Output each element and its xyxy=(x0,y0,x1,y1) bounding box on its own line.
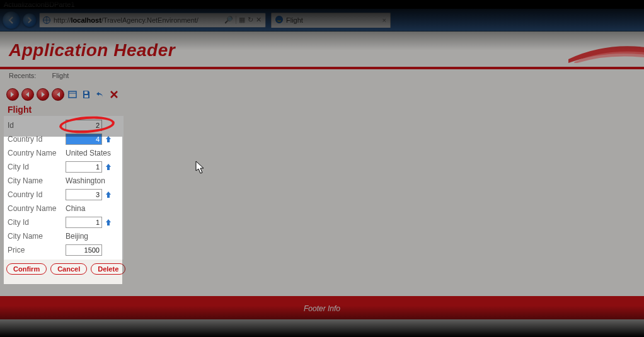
recents-bar: Recents: Flight xyxy=(0,69,644,82)
search-icon[interactable]: 🔎 xyxy=(224,16,233,24)
id-input[interactable] xyxy=(66,120,102,131)
window-title: ActualizacionBDParte1 xyxy=(4,1,75,8)
action-row: Confirm Cancel Delete xyxy=(6,263,644,275)
app-title: Application Header xyxy=(9,40,635,60)
prev-record-button[interactable] xyxy=(21,88,34,101)
city1-name-value: Washington xyxy=(66,176,120,185)
url-tools: 🔎 ▦ ↻ ✕ xyxy=(224,16,263,24)
forward-button[interactable] xyxy=(23,13,37,27)
header-swoosh xyxy=(568,44,644,63)
app-header: Application Header xyxy=(0,31,644,69)
window-titlebar: ActualizacionBDParte1 xyxy=(0,0,644,9)
country2-id-lookup-icon[interactable] xyxy=(104,190,113,199)
tab-flight[interactable]: Flight × xyxy=(271,13,391,28)
page-icon xyxy=(42,16,51,25)
browser-toolbar: http:// localhost /TravelAgency.NetEnvir… xyxy=(0,9,644,31)
city2-id-label: City Id xyxy=(8,218,66,227)
section-title: Flight xyxy=(8,105,636,115)
select-button[interactable] xyxy=(67,89,78,100)
url-scheme: http:// xyxy=(54,16,71,24)
delete-icon-button[interactable] xyxy=(108,89,120,100)
country1-name-value: United States xyxy=(66,149,120,157)
tab-label: Flight xyxy=(286,16,303,24)
first-record-button[interactable] xyxy=(6,88,19,101)
tab-strip: Flight × xyxy=(271,13,391,28)
page-footer: Footer Info xyxy=(0,298,644,319)
save-button[interactable] xyxy=(81,89,92,100)
record-toolbar xyxy=(0,82,644,103)
address-bar[interactable]: http:// localhost /TravelAgency.NetEnvir… xyxy=(39,13,266,28)
url-path: /TravelAgency.NetEnvironment/ xyxy=(101,16,198,24)
city1-id-lookup-icon[interactable] xyxy=(104,163,113,171)
country1-name-label: Country Name xyxy=(8,149,66,157)
city1-name-label: City Name xyxy=(8,176,66,185)
last-record-button[interactable] xyxy=(52,88,64,101)
page: Application Header Recents: Flight Fligh… xyxy=(0,31,644,337)
country2-id-input[interactable] xyxy=(66,189,102,200)
stop-icon[interactable]: ✕ xyxy=(256,16,262,24)
url-host: localhost xyxy=(71,16,101,24)
next-record-button[interactable] xyxy=(37,88,49,101)
city2-id-input[interactable] xyxy=(66,217,102,228)
recents-item[interactable]: Flight xyxy=(52,72,69,79)
svg-rect-3 xyxy=(84,95,88,98)
recents-label: Recents: xyxy=(9,72,36,79)
country2-name-label: Country Name xyxy=(8,204,66,213)
confirm-button[interactable]: Confirm xyxy=(6,263,47,275)
back-button[interactable] xyxy=(3,11,20,29)
city1-id-input[interactable] xyxy=(66,161,102,173)
delete-button[interactable]: Delete xyxy=(91,263,125,275)
price-input[interactable] xyxy=(66,244,102,256)
country1-id-lookup-icon[interactable] xyxy=(104,135,113,144)
tab-favicon xyxy=(275,16,283,25)
city2-id-lookup-icon[interactable] xyxy=(104,218,113,227)
country1-id-label: Country Id xyxy=(8,135,66,144)
tab-close-icon[interactable]: × xyxy=(382,16,386,24)
price-label: Price xyxy=(8,246,66,254)
lock-icon[interactable]: ▦ xyxy=(239,16,245,24)
country2-name-value: China xyxy=(66,204,120,213)
city2-name-label: City Name xyxy=(8,232,66,241)
refresh-icon[interactable]: ↻ xyxy=(248,16,253,24)
country2-id-label: Country Id xyxy=(8,190,66,199)
country1-id-input[interactable] xyxy=(66,134,102,145)
city1-id-label: City Id xyxy=(8,163,66,171)
id-label: Id xyxy=(8,121,66,130)
undo-button[interactable] xyxy=(95,89,106,100)
svg-rect-2 xyxy=(84,91,88,94)
svg-rect-1 xyxy=(69,91,76,98)
flight-form: Id Country Id Country Name United States… xyxy=(4,116,124,260)
cancel-button[interactable]: Cancel xyxy=(50,263,87,275)
city2-name-value: Beijing xyxy=(66,232,120,241)
footer-text: Footer Info xyxy=(304,304,340,313)
